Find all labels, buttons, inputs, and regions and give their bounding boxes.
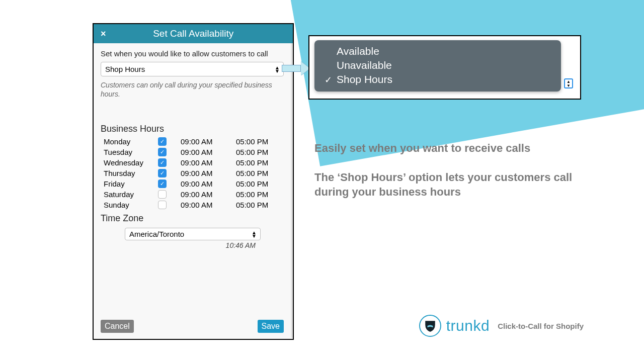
close-time[interactable]: 05:00 PM [236, 137, 268, 146]
close-time[interactable]: 05:00 PM [236, 179, 268, 188]
day-enabled-checkbox[interactable]: ✓ [158, 158, 167, 167]
day-label: Wednesday [104, 158, 158, 167]
brand-tagline: Click-to-Call for Shopify [498, 322, 584, 330]
business-hours-row: Wednesday✓09:00 AM05:00 PM [101, 157, 284, 168]
day-label: Thursday [104, 169, 158, 177]
open-time[interactable]: 09:00 AM [181, 158, 236, 167]
day-label: Friday [104, 179, 158, 188]
arrow-icon [282, 63, 312, 74]
panel-lead-text: Set when you would like to allow custome… [101, 49, 284, 58]
marketing-line-2: The ‘Shop Hours’ option lets your custom… [314, 170, 576, 200]
panel-body: Set when you would like to allow custome… [94, 43, 293, 338]
business-hours-row: Monday✓09:00 AM05:00 PM [101, 136, 284, 147]
business-hours-row: Sunday09:00 AM05:00 PM [101, 200, 284, 210]
day-label: Sunday [104, 201, 158, 209]
availability-helper-text: Customers can only call during your spec… [101, 80, 284, 99]
dropdown-option[interactable]: Unavailable [325, 58, 551, 72]
close-time[interactable]: 05:00 PM [236, 148, 268, 156]
close-time[interactable]: 05:00 PM [236, 190, 268, 199]
availability-select[interactable]: Shop Hours ▲▼ [101, 62, 284, 76]
day-enabled-checkbox[interactable] [158, 190, 167, 199]
current-time: 10:46 AM [101, 241, 284, 249]
cancel-button[interactable]: Cancel [101, 320, 134, 333]
availability-dropdown-open: AvailableUnavailableShop Hours [314, 40, 561, 92]
business-hours-row: Saturday09:00 AM05:00 PM [101, 189, 284, 200]
panel-title: Set Call Availability [108, 28, 288, 39]
open-time[interactable]: 09:00 AM [181, 169, 236, 177]
business-hours-row: Tuesday✓09:00 AM05:00 PM [101, 147, 284, 157]
dropdown-option[interactable]: Shop Hours [325, 72, 551, 86]
marketing-copy: Easily set when you want to receive call… [314, 141, 576, 200]
save-button[interactable]: Save [258, 320, 284, 333]
open-time[interactable]: 09:00 AM [181, 137, 236, 146]
open-time[interactable]: 09:00 AM [181, 190, 236, 199]
panel-header: × Set Call Availability [94, 24, 293, 43]
open-time[interactable]: 09:00 AM [181, 179, 236, 188]
select-stepper-icon: ▲▼ [564, 78, 573, 88]
dropdown-option[interactable]: Available [325, 44, 551, 58]
timezone-select[interactable]: America/Toronto ▲▼ [125, 228, 261, 240]
day-enabled-checkbox[interactable]: ✓ [158, 148, 167, 156]
close-icon[interactable]: × [99, 29, 108, 39]
timezone-heading: Time Zone [101, 213, 284, 224]
dropdown-preview: AvailableUnavailableShop Hours ▲▼ [308, 35, 581, 100]
availability-select-value: Shop Hours [105, 65, 145, 73]
panel-footer: Cancel Save [101, 316, 284, 333]
open-time[interactable]: 09:00 AM [181, 201, 236, 209]
day-enabled-checkbox[interactable] [158, 201, 167, 209]
select-stepper-icon: ▲▼ [275, 66, 279, 73]
close-time[interactable]: 05:00 PM [236, 158, 268, 167]
call-availability-panel: × Set Call Availability Set when you wou… [93, 23, 294, 340]
day-label: Saturday [104, 190, 158, 199]
close-time[interactable]: 05:00 PM [236, 201, 268, 209]
open-time[interactable]: 09:00 AM [181, 148, 236, 156]
day-enabled-checkbox[interactable]: ✓ [158, 137, 167, 146]
brand-logo-icon [419, 315, 441, 337]
day-enabled-checkbox[interactable]: ✓ [158, 179, 167, 188]
marketing-line-1: Easily set when you want to receive call… [314, 141, 576, 156]
close-time[interactable]: 05:00 PM [236, 169, 268, 177]
business-hours-row: Thursday✓09:00 AM05:00 PM [101, 168, 284, 178]
brand-name: trunkd [446, 317, 490, 334]
business-hours-row: Friday✓09:00 AM05:00 PM [101, 178, 284, 189]
day-label: Monday [104, 137, 158, 146]
business-hours-grid: Monday✓09:00 AM05:00 PMTuesday✓09:00 AM0… [101, 136, 284, 210]
select-stepper-icon: ▲▼ [252, 231, 256, 238]
day-label: Tuesday [104, 148, 158, 156]
business-hours-heading: Business Hours [101, 124, 284, 134]
brand-footer: trunkd Click-to-Call for Shopify [419, 315, 584, 337]
day-enabled-checkbox[interactable]: ✓ [158, 169, 167, 177]
timezone-select-value: America/Toronto [129, 230, 184, 238]
